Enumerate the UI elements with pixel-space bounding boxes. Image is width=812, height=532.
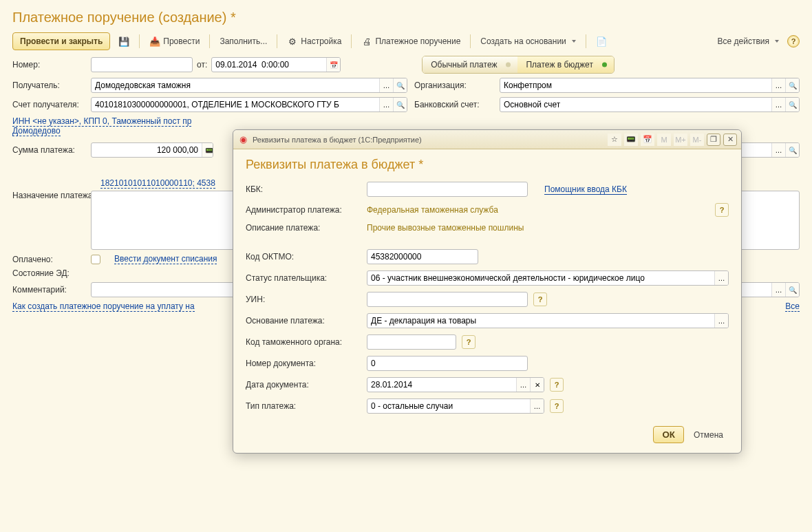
basis-select-button[interactable]: … (714, 314, 728, 328)
kbk-helper-link[interactable]: Помощник ввода КБК (544, 184, 627, 195)
kbk-link[interactable]: 18210101011010000110; 4538 (100, 178, 215, 189)
payer-status-input[interactable] (367, 271, 714, 285)
star-icon: ☆ (611, 135, 618, 144)
recipient-field[interactable]: … 🔍 (91, 78, 407, 93)
amount-calc-button[interactable]: 📟 (202, 143, 213, 157)
modal-titlebar: ◉ Реквизиты платежа в бюджет (1С:Предпри… (233, 130, 741, 149)
oktmo-field[interactable] (367, 249, 478, 264)
restore-button[interactable]: ❐ (707, 134, 720, 146)
uin-input[interactable] (367, 292, 527, 306)
doc-date-field[interactable]: … ✕ (367, 377, 544, 392)
create-based-button[interactable]: Создать на основании (476, 34, 580, 49)
comment-search-button[interactable]: 🔍 (785, 283, 799, 297)
calendar-button[interactable]: 📅 (326, 58, 340, 72)
amount-field[interactable]: 📟 (91, 142, 213, 158)
basis-field[interactable]: … (367, 313, 729, 328)
recipient-acc-label: Счет получателя: (12, 100, 87, 109)
org-label: Организация: (414, 81, 495, 90)
basis-input[interactable] (367, 314, 714, 328)
close-button[interactable]: ✕ (723, 134, 737, 146)
ok-button[interactable]: ОК (653, 426, 684, 443)
create-based-label: Создать на основании (480, 36, 566, 46)
number-input[interactable] (91, 57, 193, 72)
doc-date-clear-button[interactable]: ✕ (530, 378, 544, 392)
recipient-acc-input[interactable] (92, 98, 379, 111)
favorite-button[interactable]: ☆ (608, 134, 621, 146)
recipient-acc-select-button[interactable]: … (379, 98, 393, 111)
writeoff-link[interactable]: Ввести документ списания (114, 254, 217, 264)
payer-status-field[interactable]: … (367, 270, 729, 286)
submit-close-button[interactable]: Провести и закрыть (12, 32, 110, 50)
payment-type-field[interactable]: … (367, 398, 544, 414)
kbk-input[interactable] (367, 182, 527, 196)
recipient-search-button[interactable]: 🔍 (393, 78, 407, 92)
uin-field[interactable] (367, 292, 528, 307)
budget-link-select-button[interactable]: … (771, 143, 785, 157)
org-select-button[interactable]: … (771, 78, 785, 92)
admin-help-button[interactable]: ? (715, 203, 729, 217)
report-button[interactable]: 📄 (592, 33, 611, 50)
date-input[interactable] (212, 58, 326, 72)
recipient-acc-search-button[interactable]: 🔍 (393, 98, 407, 111)
doc-number-field[interactable] (367, 356, 528, 371)
submit-button[interactable]: 📥Провести (145, 33, 204, 50)
settings-label: Настройка (301, 36, 341, 46)
bank-acc-search-button[interactable]: 🔍 (785, 98, 799, 111)
doc-date-select-button[interactable]: … (516, 378, 530, 392)
kbk-field[interactable] (367, 182, 528, 197)
settings-button[interactable]: ⚙Настройка (283, 33, 345, 50)
cancel-button[interactable]: Отмена (688, 427, 729, 443)
help-button[interactable]: ? (787, 35, 800, 47)
m-button[interactable]: M (657, 134, 671, 146)
org-field[interactable]: … 🔍 (500, 78, 800, 93)
tab-budget[interactable]: Платеж в бюджет (517, 56, 613, 73)
comment-select-button[interactable]: … (771, 283, 785, 297)
tab-regular[interactable]: Обычный платеж (423, 56, 517, 73)
customs-code-field[interactable] (367, 334, 456, 350)
doc-number-input[interactable] (367, 357, 527, 370)
calc-button[interactable]: 📟 (624, 134, 638, 146)
customs-code-input[interactable] (367, 335, 456, 349)
bank-acc-input[interactable] (500, 98, 771, 111)
amount-input[interactable] (92, 143, 202, 157)
org-input[interactable] (500, 78, 771, 92)
all-link[interactable]: Все (785, 301, 800, 312)
print-button[interactable]: 🖨Платежное поручение (357, 33, 464, 50)
payment-type-input[interactable] (367, 399, 530, 413)
domodedovo-link[interactable]: Домодедово (12, 126, 61, 136)
doc-date-input[interactable] (367, 378, 516, 392)
budget-link-search-button[interactable]: 🔍 (785, 143, 799, 157)
paid-checkbox[interactable] (91, 255, 100, 264)
payment-type-select-button[interactable]: … (530, 399, 544, 413)
doc-date-help-button[interactable]: ? (550, 378, 564, 392)
mplus-button[interactable]: M+ (674, 134, 687, 146)
fill-button[interactable]: Заполнить... (215, 34, 271, 49)
calendar-button[interactable]: 📅 (641, 134, 654, 146)
submit-icon: 📥 (149, 36, 160, 47)
document-icon: 📄 (596, 36, 607, 47)
date-field[interactable]: 📅 (211, 57, 341, 72)
payer-status-label: Статус плательщика: (246, 273, 361, 283)
bank-acc-field[interactable]: … 🔍 (500, 97, 800, 112)
recipient-acc-field[interactable]: … 🔍 (91, 97, 407, 112)
recipient-label: Получатель: (12, 81, 87, 90)
paid-label: Оплачено: (12, 255, 87, 264)
recipient-input[interactable] (92, 78, 379, 92)
mminus-button[interactable]: M- (690, 134, 704, 146)
payment-type-help-button[interactable]: ? (550, 399, 564, 413)
payment-type-tabs: Обычный платеж Платеж в бюджет (422, 56, 615, 74)
recipient-select-button[interactable]: … (379, 78, 393, 92)
bank-acc-select-button[interactable]: … (771, 98, 785, 111)
payer-status-select-button[interactable]: … (714, 271, 728, 285)
all-actions-label: Все действия (718, 36, 769, 46)
customs-help-button[interactable]: ? (462, 335, 476, 349)
all-actions-button[interactable]: Все действия (714, 34, 783, 49)
org-search-button[interactable]: 🔍 (785, 78, 799, 92)
inn-link[interactable]: ИНН <не указан>, КПП 0, Таможенный пост … (12, 116, 191, 127)
page-title: Платежное поручение (создание) * (0, 0, 812, 32)
save-button[interactable]: 💾 (114, 33, 133, 50)
uin-help-button[interactable]: ? (533, 292, 547, 306)
how-create-link[interactable]: Как создать платежное поручение на уплат… (12, 301, 195, 312)
oktmo-input[interactable] (367, 250, 478, 264)
budget-details-modal: ◉ Реквизиты платежа в бюджет (1С:Предпри… (233, 129, 742, 454)
